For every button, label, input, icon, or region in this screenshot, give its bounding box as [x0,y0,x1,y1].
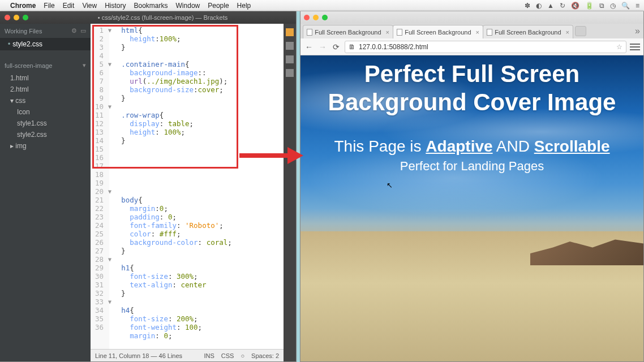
brackets-sidebar: Working Files ⚙▭ •style2.css full-screen… [0,24,91,361]
close-icon[interactable] [5,15,10,20]
menu-history[interactable]: History [105,2,126,10]
menu-help[interactable]: Help [237,2,251,10]
close-tab-icon[interactable]: × [476,29,479,36]
minimize-icon[interactable] [14,15,19,20]
project-header[interactable]: full-screen-image▾ [0,58,91,72]
browser-tab[interactable]: Full Screen Background× [303,25,393,38]
tree-item[interactable]: 2.html [0,84,91,95]
line-gutter: 1234567891011121314151617181920212223242… [91,24,109,349]
tree-item[interactable]: Icon [0,106,91,118]
maximize-icon[interactable] [322,15,328,20]
brackets-window: • css/style2.css (full-screen-image) — B… [0,11,297,362]
page-icon [307,29,312,36]
mac-menubar: Chrome File Edit View History Bookmarks … [0,0,644,11]
page-icon: 🗎 [349,43,355,51]
page-viewport[interactable]: Perfect Full ScreenBackground Cover Imag… [300,55,643,361]
gear-icon[interactable]: ⚙ [71,27,77,35]
working-files-header: Working Files ⚙▭ [0,24,91,38]
tab-strip: Full Screen Background× Full Screen Back… [300,24,643,38]
chrome-toolbar: ← → ⟳ 🗎 127.0.0.1:50888/2.html ☆ [300,38,643,55]
chrome-menu-button[interactable] [630,44,640,50]
extension-icon[interactable] [286,69,294,77]
wifi-icon[interactable]: ⧉ [599,2,604,10]
tree-folder-css[interactable]: ▾ css [0,95,91,106]
extension-icon[interactable] [286,42,294,50]
page-subheading: This Page is Adaptive AND Scrollable [300,137,643,156]
tab-overflow-icon[interactable]: » [632,24,643,38]
tree-item[interactable]: style2.css [0,129,91,140]
sync-icon[interactable]: ↻ [560,2,565,10]
chrome-window: Full Screen Background× Full Screen Back… [300,11,644,362]
cursor-position: Line 11, Column 18 — 46 Lines [95,352,182,359]
menubar-status-icons: ✽ ◐ ▲ ↻ 🔇 🔋 ⧉ ◷ 🔍 ≡ [525,2,639,10]
page-heading: Perfect Full ScreenBackground Cover Imag… [300,60,643,117]
minimize-icon[interactable] [313,15,319,20]
menu-file[interactable]: File [44,2,54,10]
insert-mode[interactable]: INS [204,352,214,359]
tree-folder-img[interactable]: ▸ img [0,140,91,152]
page-icon [397,29,402,36]
volume-icon[interactable]: 🔇 [571,2,579,10]
browser-tab[interactable]: Full Screen Background× [483,25,573,38]
menu-bookmarks[interactable]: Bookmarks [134,2,168,10]
extension-icon[interactable] [286,55,294,63]
code-editor[interactable]: 1234567891011121314151617181920212223242… [91,24,284,361]
drive-icon[interactable]: ▲ [547,2,554,10]
page-tagline: Perfect for Landing Pages [300,159,643,174]
status-icon[interactable]: ✽ [525,2,530,10]
mouse-cursor-icon: ↖ [387,181,393,189]
code-area[interactable]: ▼ html{ height:100%; } ▼ .container-main… [109,24,284,349]
close-icon[interactable] [304,15,310,20]
split-icon[interactable]: ▭ [80,27,86,35]
reload-button[interactable]: ⟳ [331,42,341,52]
bookmark-star-icon[interactable]: ☆ [616,43,622,51]
live-preview-icon[interactable] [286,28,294,36]
spaces-setting[interactable]: Spaces: 2 [251,352,279,359]
page-icon [487,29,492,36]
extensions-rail [284,24,296,361]
address-bar[interactable]: 🗎 127.0.0.1:50888/2.html ☆ [345,41,626,53]
forward-button[interactable]: → [317,42,328,52]
url-text: 127.0.0.1:50888/2.html [359,43,428,51]
brackets-titlebar[interactable]: • css/style2.css (full-screen-image) — B… [0,11,296,24]
language-mode[interactable]: CSS [221,352,234,359]
menu-people[interactable]: People [208,2,229,10]
menu-edit[interactable]: Edit [63,2,75,10]
close-tab-icon[interactable]: × [566,29,569,36]
new-tab-button[interactable] [575,26,586,36]
working-file[interactable]: •style2.css [0,38,91,50]
annotation-arrow [237,141,304,172]
chrome-titlebar[interactable] [300,11,643,24]
tree-item[interactable]: style1.css [0,118,91,129]
back-button[interactable]: ← [304,42,314,52]
search-icon[interactable]: 🔍 [621,2,630,10]
window-title: • css/style2.css (full-screen-image) — B… [34,14,291,21]
close-tab-icon[interactable]: × [386,29,389,36]
menu-view[interactable]: View [82,2,97,10]
battery-icon[interactable]: 🔋 [585,2,594,10]
browser-tab[interactable]: Full Screen Background× [393,25,483,38]
clock-icon[interactable]: ◷ [610,2,616,10]
tree-item[interactable]: 1.html [0,72,91,84]
app-name[interactable]: Chrome [10,2,36,10]
cloud-icon[interactable]: ◐ [536,2,542,10]
statusbar: Line 11, Column 18 — 46 Lines INS CSS ○ … [91,349,284,361]
menu-window[interactable]: Window [176,2,200,10]
menu-icon[interactable]: ≡ [636,2,639,10]
maximize-icon[interactable] [23,15,28,20]
lint-icon[interactable]: ○ [241,352,244,359]
